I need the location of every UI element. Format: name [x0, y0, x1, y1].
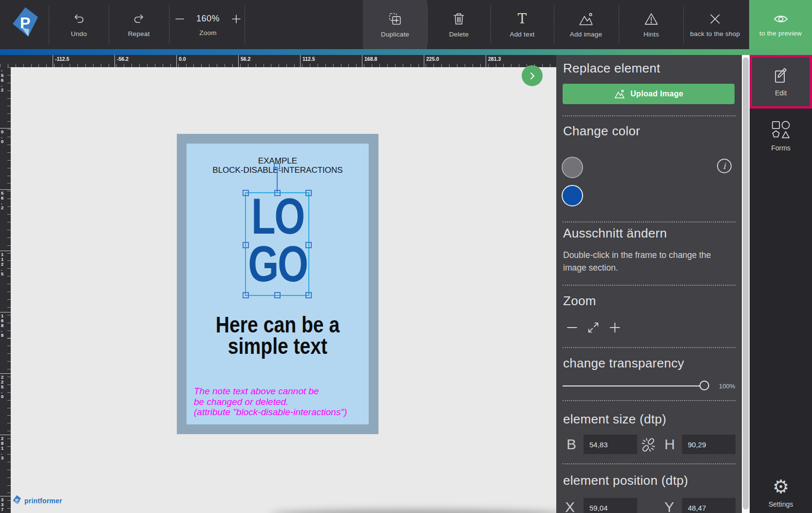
- panel-zoom-title: Zoom: [563, 293, 596, 309]
- note-line2: be changed or deleted.: [194, 397, 359, 407]
- toolbar-separator: [554, 6, 554, 43]
- ruler-label: 168.8: [364, 56, 377, 62]
- repeat-button[interactable]: Repeat: [114, 0, 163, 49]
- footer-brand-label: printformer: [24, 497, 62, 505]
- zoom-out-icon[interactable]: [174, 13, 186, 25]
- section-separator: [563, 221, 736, 222]
- add-text-button[interactable]: T Add text: [498, 0, 547, 49]
- width-input[interactable]: [584, 435, 637, 454]
- close-icon: [708, 12, 722, 26]
- transparency-slider-thumb[interactable]: [699, 381, 709, 390]
- ruler-label: 1 6 8 . 8: [0, 313, 11, 338]
- ruler-label: 112.5: [302, 56, 315, 62]
- y-position-input[interactable]: [682, 498, 736, 513]
- section-separator: [563, 463, 736, 464]
- height-input[interactable]: [682, 435, 736, 454]
- section-separator: [563, 115, 736, 116]
- delete-button[interactable]: Delete: [434, 0, 483, 49]
- undo-button[interactable]: Undo: [55, 0, 103, 49]
- hints-button[interactable]: Hints: [627, 0, 676, 49]
- selection-handle-nw[interactable]: [243, 190, 249, 196]
- warning-icon: [643, 12, 659, 26]
- transparency-title: change transparency: [563, 356, 684, 371]
- color-swatch-blue[interactable]: [562, 185, 583, 206]
- y-field-label: Y: [664, 499, 674, 513]
- rotation-handle[interactable]: [274, 163, 280, 169]
- printformer-logo[interactable]: P: [9, 6, 40, 42]
- image-icon: [578, 12, 594, 26]
- note-line3: (attribute "block-disable-interactions"): [194, 407, 359, 418]
- undo-icon: [72, 12, 86, 26]
- zoom-in-icon[interactable]: [230, 13, 242, 25]
- svg-text:P: P: [15, 497, 19, 503]
- selection-handle-se[interactable]: [305, 292, 312, 298]
- repeat-label: Repeat: [128, 30, 150, 37]
- info-icon[interactable]: i: [717, 159, 732, 173]
- panel-scrollbar-thumb[interactable]: [743, 57, 749, 510]
- duplicate-button[interactable]: Duplicate: [363, 0, 427, 49]
- color-swatch-gray[interactable]: [562, 157, 583, 178]
- back-to-shop-button[interactable]: back to the shop: [681, 0, 749, 49]
- selection-box[interactable]: [245, 192, 309, 296]
- ruler-major-tick: [176, 55, 177, 67]
- ruler-major-tick: [53, 55, 53, 67]
- ruler-major-tick: [0, 312, 11, 312]
- mode-sidebar: Edit Forms ⚙ Settings: [750, 55, 812, 513]
- toolbar-separator: [619, 6, 619, 43]
- gear-icon: ⚙: [773, 477, 789, 496]
- selection-handle-s[interactable]: [274, 292, 281, 298]
- panel-zoom-out-icon[interactable]: [565, 320, 580, 335]
- sidebar-item-forms[interactable]: Forms: [750, 109, 812, 163]
- vertical-ruler: - 5 6 . 20 . 05 6 . 21 1 2 . 51 6 8 . 82…: [0, 67, 11, 513]
- width-field-label: B: [567, 436, 576, 453]
- section-separator: [563, 400, 736, 401]
- text-icon: T: [515, 12, 529, 26]
- upload-image-button[interactable]: Upload Image: [563, 84, 735, 104]
- selection-handle-n[interactable]: [274, 190, 281, 196]
- ruler-major-tick: [424, 55, 424, 67]
- body-line2: simple text: [200, 335, 355, 357]
- replace-element-title: Replace element: [563, 61, 661, 76]
- chevron-right-icon: [529, 72, 536, 80]
- redo-icon: [132, 12, 146, 26]
- to-preview-label: to the preview: [759, 30, 802, 37]
- ruler-label: 1 1 2 . 5: [0, 252, 11, 276]
- panel-collapse-button[interactable]: [522, 65, 543, 86]
- ruler-label: - 5 6 . 2: [0, 68, 11, 92]
- svg-text:P: P: [20, 14, 30, 32]
- ruler-label: 5 6 . 2: [0, 191, 11, 210]
- ruler-label: 2 8 1 . 3: [0, 436, 11, 460]
- element-size-title: element size (dtp): [563, 412, 666, 427]
- unlink-icon[interactable]: [640, 437, 657, 453]
- ruler-major-tick: [238, 55, 239, 67]
- selection-handle-sw[interactable]: [243, 292, 249, 298]
- add-image-button[interactable]: Add image: [562, 0, 610, 49]
- x-position-input[interactable]: [584, 498, 637, 513]
- top-toolbar: P Undo Repeat 160% Zoom: [0, 0, 812, 49]
- hints-label: Hints: [643, 31, 659, 38]
- design-canvas[interactable]: EXAMPLE BLOCK-DISABLE-INTERACTIONS LO GO…: [11, 67, 556, 513]
- ruler-label: 3 3 7 . 5: [0, 497, 11, 513]
- transparency-slider-track[interactable]: [563, 385, 706, 386]
- element-position-title: element position (dtp): [563, 473, 688, 488]
- panel-zoom-in-icon[interactable]: [608, 320, 623, 335]
- selection-handle-ne[interactable]: [305, 190, 312, 196]
- panel-zoom-fit-icon[interactable]: [586, 320, 600, 335]
- sidebar-edit-label: Edit: [775, 89, 787, 97]
- info-glyph: i: [723, 161, 725, 171]
- selection-handle-w[interactable]: [243, 242, 249, 248]
- zoom-label: Zoom: [199, 29, 216, 37]
- footer-brand[interactable]: P printformer: [12, 495, 62, 506]
- ruler-label: 225.0: [426, 56, 439, 62]
- add-image-label: Add image: [570, 31, 602, 38]
- to-preview-button[interactable]: to the preview: [749, 0, 812, 49]
- duplicate-icon: [387, 12, 403, 26]
- simple-text-element[interactable]: Here can be a simple text: [200, 314, 355, 357]
- selection-handle-e[interactable]: [305, 242, 312, 248]
- sidebar-item-settings[interactable]: ⚙ Settings: [750, 477, 812, 512]
- delete-label: Delete: [449, 31, 469, 38]
- toolbar-separator: [169, 6, 170, 43]
- back-to-shop-label: back to the shop: [690, 30, 740, 37]
- ruler-label: 0.0: [179, 56, 186, 62]
- sidebar-item-edit[interactable]: Edit: [750, 55, 812, 109]
